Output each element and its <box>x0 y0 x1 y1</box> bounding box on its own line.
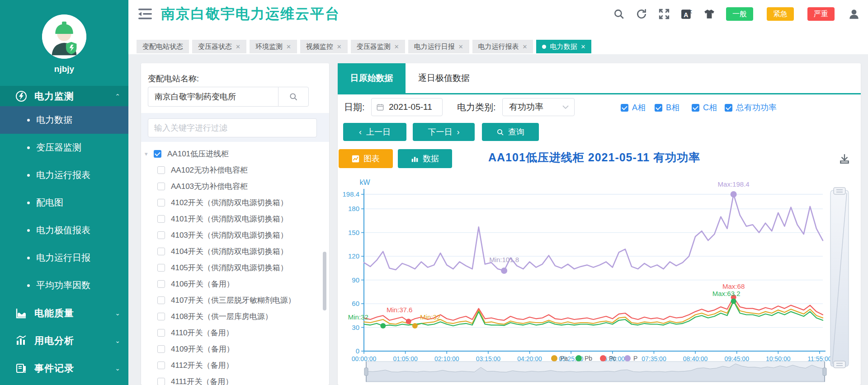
sidebar-item-平均功率因数[interactable]: 平均功率因数 <box>0 272 128 299</box>
checkbox-unchecked[interactable] <box>157 345 165 353</box>
checkbox-B相[interactable]: B相 <box>655 102 679 113</box>
close-icon[interactable]: ✕ <box>458 43 463 50</box>
fullscreen-icon[interactable] <box>658 8 670 20</box>
tree-node-label[interactable]: AA103无功补偿电容柜 <box>171 181 248 192</box>
datazoom-handle[interactable] <box>823 368 826 376</box>
tree-node-label[interactable]: 4107开关（供三层脱牙敏糊剂电源） <box>171 295 296 305</box>
open-tab-变压器状态[interactable]: 变压器状态✕ <box>192 40 246 53</box>
next-day-button[interactable]: 下一日› <box>413 123 475 141</box>
open-tab-视频监控[interactable]: 视频监控✕ <box>300 40 348 53</box>
open-tab-变配电站状态[interactable]: 变配电站状态 <box>137 40 189 53</box>
legend-swatch-Pa[interactable] <box>551 355 557 362</box>
sidebar-item-电力数据[interactable]: 电力数据 <box>0 106 128 134</box>
tree-node-label[interactable]: 4105开关（供消防双电源切换箱） <box>171 263 288 273</box>
refresh-icon[interactable] <box>636 8 647 20</box>
checkbox-unchecked[interactable] <box>157 313 165 320</box>
sidebar-toggle-icon[interactable] <box>138 8 152 20</box>
close-icon[interactable]: ✕ <box>236 43 241 50</box>
close-icon[interactable]: ✕ <box>286 43 291 50</box>
open-tab-电力数据[interactable]: 电力数据✕ <box>536 40 591 53</box>
legend-swatch-P[interactable] <box>624 355 631 362</box>
tree-node-label[interactable]: 4111开关（备用） <box>171 376 233 385</box>
legend-label[interactable]: Pb <box>585 355 592 362</box>
tree-node[interactable]: 4109开关（备用） <box>141 341 329 357</box>
tree-node-label[interactable]: AA101低压进线柜 <box>167 149 229 159</box>
tree-node[interactable]: 4104开关（供消防双电源切换箱） <box>141 243 329 259</box>
legend-label[interactable]: P <box>633 355 637 362</box>
tree-node-label[interactable]: AA102无功补偿电容柜 <box>171 165 248 175</box>
tree-node-root[interactable]: ▾AA101低压进线柜 <box>141 146 329 162</box>
tree-node[interactable]: 4108开关（供一层库房电源） <box>141 308 329 324</box>
station-search-button[interactable] <box>278 87 309 107</box>
sidebar-group-event-log[interactable]: 事件记录⌄ <box>0 354 128 382</box>
tree-node[interactable]: 4110开关（备用） <box>141 324 329 341</box>
tab-daily-raw-data[interactable]: 日原始数据 <box>338 63 406 93</box>
date-picker[interactable]: 2021-05-11 <box>371 98 443 116</box>
alarm-badge-紧急[interactable]: 紧急 <box>767 7 794 21</box>
sidebar-group-usage-analysis[interactable]: 用电分析⌄ <box>0 327 128 354</box>
sidebar-item-电力极值报表[interactable]: 电力极值报表 <box>0 216 128 244</box>
tree-node-label[interactable]: 4101开关（供消防双电源切换箱） <box>171 214 288 224</box>
checkbox-unchecked[interactable] <box>157 329 165 337</box>
prev-day-button[interactable]: ‹上一日 <box>343 123 406 141</box>
close-icon[interactable]: ✕ <box>337 43 342 50</box>
caret-down-icon[interactable]: ▾ <box>145 150 151 157</box>
checkbox-unchecked[interactable] <box>157 280 165 288</box>
tree-node-label[interactable]: 4106开关（备用） <box>171 279 234 289</box>
legend-swatch-Pb[interactable] <box>576 355 582 362</box>
datazoom-vertical[interactable] <box>830 188 849 368</box>
datazoom-horizontal[interactable] <box>364 362 826 382</box>
search-icon[interactable] <box>613 8 625 20</box>
tree-node[interactable]: 4111开关（备用） <box>141 373 329 385</box>
tree-filter-input[interactable] <box>148 118 317 137</box>
sidebar-group-power-quality[interactable]: 电能质量⌄ <box>0 299 128 327</box>
datazoom-handle[interactable] <box>364 368 368 376</box>
sidebar-item-电力运行日报[interactable]: 电力运行日报 <box>0 244 128 272</box>
checkbox-unchecked[interactable] <box>157 183 165 190</box>
data-view-button[interactable]: 数据 <box>398 149 452 168</box>
checkbox-checked[interactable] <box>154 150 161 158</box>
query-button[interactable]: 查询 <box>482 123 539 141</box>
checkbox-A相[interactable]: A相 <box>621 102 646 113</box>
tree-node[interactable]: AA102无功补偿电容柜 <box>141 162 329 178</box>
tree-node[interactable]: 4105开关（供消防双电源切换箱） <box>141 259 329 276</box>
checkbox-unchecked[interactable] <box>157 215 165 223</box>
tree-scrollbar-thumb[interactable] <box>323 252 326 310</box>
tree-node-label[interactable]: 4102开关（供消防双电源切换箱） <box>171 197 288 208</box>
close-icon[interactable]: ✕ <box>580 43 585 50</box>
checkbox-checked[interactable] <box>621 104 628 112</box>
open-tab-变压器监测[interactable]: 变压器监测✕ <box>351 40 405 53</box>
checkbox-checked[interactable] <box>692 104 699 112</box>
checkbox-unchecked[interactable] <box>157 199 165 207</box>
tree-node-label[interactable]: 4108开关（供一层库房电源） <box>171 311 273 322</box>
tree-node-label[interactable]: 4110开关（备用） <box>171 328 234 338</box>
checkbox-unchecked[interactable] <box>157 264 165 272</box>
tree-node-label[interactable]: 4112开关（备用） <box>171 360 234 371</box>
sidebar-group-power-monitor[interactable]: 电力监测⌃ <box>0 86 128 106</box>
tree-node-label[interactable]: 4103开关（供消防双电源切换箱） <box>171 230 288 240</box>
user-icon[interactable] <box>848 8 860 20</box>
tab-daily-extreme-data[interactable]: 逐日极值数据 <box>410 63 478 93</box>
tree-node[interactable]: 4112开关（备用） <box>141 357 329 373</box>
legend-swatch-Pc[interactable] <box>600 355 606 362</box>
station-name-input[interactable] <box>148 87 278 107</box>
tree-node-label[interactable]: 4104开关（供消防双电源切换箱） <box>171 246 288 257</box>
category-select[interactable]: 有功功率 <box>502 98 575 116</box>
checkbox-unchecked[interactable] <box>157 296 165 304</box>
datazoom-handle[interactable] <box>834 361 845 368</box>
alarm-badge-严重[interactable]: 严重 <box>807 7 835 21</box>
close-icon[interactable]: ✕ <box>523 43 528 50</box>
close-icon[interactable]: ✕ <box>394 43 399 50</box>
alarm-badge-一般[interactable]: 一般 <box>726 7 753 21</box>
checkbox-unchecked[interactable] <box>157 378 165 385</box>
open-tab-环境监测[interactable]: 环境监测✕ <box>250 40 297 53</box>
datazoom-handle[interactable] <box>834 188 845 194</box>
open-tab-电力运行报表[interactable]: 电力运行报表✕ <box>472 40 533 53</box>
tshirt-icon[interactable] <box>703 8 715 20</box>
sidebar-item-电力运行报表[interactable]: 电力运行报表 <box>0 161 128 189</box>
tree-node[interactable]: AA103无功补偿电容柜 <box>141 178 329 194</box>
tree-node[interactable]: 4101开关（供消防双电源切换箱） <box>141 211 329 227</box>
checkbox-unchecked[interactable] <box>157 231 165 239</box>
tree-node[interactable]: 4106开关（备用） <box>141 276 329 292</box>
tree-node[interactable]: 4103开关（供消防双电源切换箱） <box>141 227 329 243</box>
